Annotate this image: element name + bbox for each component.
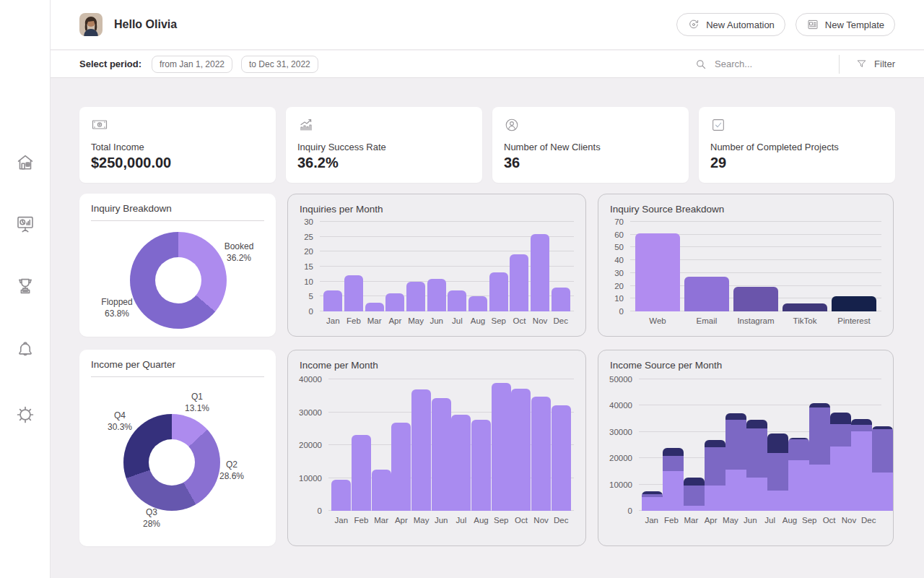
bar-mar xyxy=(684,478,705,511)
y-tick-label: 70 xyxy=(614,217,624,226)
y-tick-label: 5 xyxy=(309,292,313,301)
plot xyxy=(328,379,574,511)
bar-column xyxy=(331,379,352,511)
filter-funnel-icon xyxy=(855,58,868,70)
x-label-may: May xyxy=(406,311,427,329)
bottom-segment xyxy=(705,486,725,511)
top-segment xyxy=(705,440,725,447)
date-to-chip[interactable]: to Dec 31, 2022 xyxy=(241,56,318,73)
bell-icon xyxy=(14,339,36,361)
bar-column xyxy=(872,379,893,511)
x-label-jul: Jul xyxy=(451,511,471,528)
filter-button[interactable]: Filter xyxy=(855,58,895,70)
bar-dec xyxy=(872,426,893,511)
x-label-sep: Sep xyxy=(488,311,509,329)
top-segment xyxy=(851,419,872,425)
pie-label-q2: Q228.6% xyxy=(210,460,253,482)
middle-segment xyxy=(746,428,767,478)
checkbox-icon xyxy=(710,117,726,133)
page-title: Hello Olivia xyxy=(114,18,177,31)
x-label-feb: Feb xyxy=(352,511,372,528)
new-template-button[interactable]: New Template xyxy=(796,13,895,36)
y-tick-label: 30 xyxy=(614,269,624,277)
charts-row-1: Inquiry Breakdown Booked36.2% Flopped63.… xyxy=(79,194,895,337)
stat-value: 29 xyxy=(710,155,884,171)
bar-column xyxy=(663,379,684,511)
y-tick-label: 20000 xyxy=(299,441,322,449)
y-tick-label: 30000 xyxy=(609,428,632,436)
bottom-segment xyxy=(746,478,767,511)
bar-column xyxy=(491,379,511,511)
y-tick-label: 10 xyxy=(304,277,313,286)
sidebar-item-analytics[interactable] xyxy=(11,210,40,238)
x-label-oct: Oct xyxy=(509,311,530,329)
bar-dec xyxy=(552,405,571,511)
bar-column xyxy=(531,379,552,511)
chart-title: Income per Month xyxy=(288,350,585,371)
y-tick-label: 50000 xyxy=(609,375,632,384)
date-from-chip[interactable]: from Jan 1, 2022 xyxy=(152,56,232,73)
stat-label: Number of Completed Projects xyxy=(710,142,884,152)
plot xyxy=(639,379,881,511)
y-tick-label: 30 xyxy=(304,217,313,226)
bar-feb xyxy=(352,435,371,511)
x-axis-labels: WebEmailInstagramTikTokPinterest xyxy=(630,311,881,329)
bar-column xyxy=(780,222,829,311)
middle-segment xyxy=(767,453,788,491)
bar-column xyxy=(809,379,830,511)
bar-column xyxy=(684,379,705,511)
bar-column xyxy=(352,379,372,511)
bar-column xyxy=(468,222,489,311)
stat-value: 36.2% xyxy=(297,155,471,171)
x-label-feb: Feb xyxy=(344,311,365,329)
x-label-apr: Apr xyxy=(701,511,720,528)
y-tick-label: 10000 xyxy=(609,480,632,489)
bar-mar xyxy=(365,303,384,311)
bar-column xyxy=(371,379,391,511)
bars xyxy=(320,222,574,311)
inquiry-breakdown-card: Inquiry Breakdown Booked36.2% Flopped63.… xyxy=(79,194,276,337)
stat-label: Total Income xyxy=(91,142,264,152)
y-tick-label: 30000 xyxy=(299,408,322,417)
inquiry-source-breakdown-chart: 010203040506070WebEmailInstagramTikTokPi… xyxy=(606,222,881,329)
income-per-month-chart: 010000200003000040000JanFebMarAprMayJunJ… xyxy=(295,379,574,528)
middle-segment xyxy=(663,456,684,471)
bar-pinterest xyxy=(832,296,876,311)
x-label-oct: Oct xyxy=(819,511,839,528)
inquiries-per-month-card: Inquiries per Month 051015202530JanFebMa… xyxy=(287,194,586,337)
y-tick-label: 50 xyxy=(614,243,624,251)
bar-apr xyxy=(385,293,404,311)
plot xyxy=(320,222,574,311)
pie-label-flopped: Flopped63.8% xyxy=(90,297,144,319)
bottom-segment xyxy=(830,447,851,511)
stat-card-success-rate: Inquiry Success Rate 36.2% xyxy=(286,107,482,183)
income-source-per-month-chart: 01000020000300004000050000JanFebMarAprMa… xyxy=(606,379,881,528)
x-label-dec: Dec xyxy=(550,311,571,329)
search-icon xyxy=(694,58,707,71)
filter-bar: Select period: from Jan 1, 2022 to Dec 3… xyxy=(51,51,924,78)
top-segment xyxy=(684,478,705,486)
x-label-web: Web xyxy=(633,311,682,329)
x-label-nov: Nov xyxy=(531,511,552,528)
bar-feb xyxy=(663,448,684,511)
main-content: Total Income $250,000.00 Inquiry Success… xyxy=(79,107,895,546)
bar-sep xyxy=(492,383,511,511)
stat-value: $250,000.00 xyxy=(91,155,264,171)
x-label-aug: Aug xyxy=(780,511,799,528)
avatar[interactable] xyxy=(79,13,103,36)
x-label-jun: Jun xyxy=(431,511,451,528)
bar-aug xyxy=(471,420,491,511)
sidebar-item-achievements[interactable] xyxy=(11,272,40,301)
bar-jun xyxy=(432,398,451,511)
sidebar-item-settings[interactable] xyxy=(11,400,40,429)
bottom-segment xyxy=(872,473,893,512)
inquiry-source-breakdown-card: Inquiry Source Breakdown 010203040506070… xyxy=(598,194,894,337)
middle-segment xyxy=(830,424,851,447)
bar-column xyxy=(530,222,551,311)
search-input[interactable] xyxy=(715,59,816,69)
sidebar-item-notifications[interactable] xyxy=(11,335,40,364)
sidebar-item-home[interactable] xyxy=(11,148,40,177)
middle-segment xyxy=(725,420,746,469)
y-axis: 051015202530 xyxy=(295,222,320,311)
new-automation-button[interactable]: New Automation xyxy=(676,13,785,36)
